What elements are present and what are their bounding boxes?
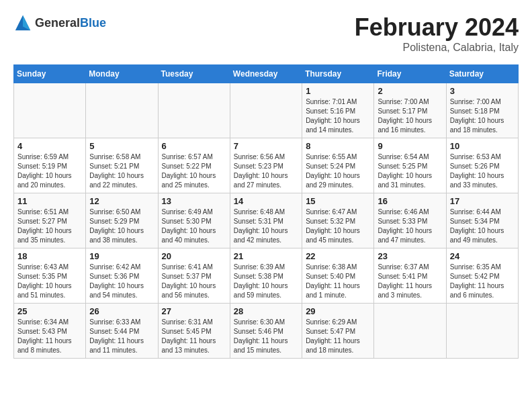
calendar-day-cell: 13Sunrise: 6:49 AMSunset: 5:30 PMDayligh…	[158, 193, 230, 248]
calendar-day-cell	[86, 83, 158, 138]
day-number: 17	[450, 196, 515, 206]
title-area: February 2024 Polistena, Calabria, Italy	[355, 13, 519, 54]
day-number: 6	[162, 141, 226, 151]
day-number: 26	[89, 306, 154, 316]
calendar-body: 1Sunrise: 7:01 AMSunset: 5:16 PMDaylight…	[14, 83, 519, 359]
calendar-day-cell	[158, 83, 230, 138]
day-info: Sunrise: 7:00 AMSunset: 5:17 PMDaylight:…	[378, 97, 442, 135]
day-number: 15	[306, 196, 370, 206]
weekday-header: Tuesday	[158, 65, 230, 83]
day-info: Sunrise: 7:01 AMSunset: 5:16 PMDaylight:…	[306, 97, 370, 135]
day-number: 2	[378, 86, 442, 96]
day-info: Sunrise: 6:46 AMSunset: 5:33 PMDaylight:…	[378, 208, 442, 245]
day-number: 8	[306, 141, 370, 151]
calendar-day-cell: 15Sunrise: 6:47 AMSunset: 5:32 PMDayligh…	[302, 193, 374, 248]
weekday-header: Thursday	[302, 65, 374, 83]
day-info: Sunrise: 6:35 AMSunset: 5:42 PMDaylight:…	[450, 263, 515, 300]
day-info: Sunrise: 6:43 AMSunset: 5:35 PMDaylight:…	[17, 263, 82, 300]
day-number: 19	[89, 251, 154, 261]
day-number: 13	[162, 196, 226, 206]
day-info: Sunrise: 6:29 AMSunset: 5:47 PMDaylight:…	[306, 318, 370, 355]
calendar-day-cell: 28Sunrise: 6:30 AMSunset: 5:46 PMDayligh…	[230, 304, 302, 359]
day-number: 20	[162, 251, 226, 261]
location-subtitle: Polistena, Calabria, Italy	[355, 42, 519, 54]
day-info: Sunrise: 6:50 AMSunset: 5:29 PMDaylight:…	[89, 208, 154, 245]
logo-text-blue: Blue	[80, 16, 106, 30]
calendar-day-cell: 16Sunrise: 6:46 AMSunset: 5:33 PMDayligh…	[374, 193, 446, 248]
day-info: Sunrise: 6:55 AMSunset: 5:24 PMDaylight:…	[306, 152, 370, 190]
day-number: 10	[450, 141, 515, 151]
day-number: 14	[234, 196, 298, 206]
calendar-day-cell: 10Sunrise: 6:53 AMSunset: 5:26 PMDayligh…	[446, 138, 518, 193]
day-info: Sunrise: 6:49 AMSunset: 5:30 PMDaylight:…	[162, 208, 226, 245]
day-info: Sunrise: 6:51 AMSunset: 5:27 PMDaylight:…	[17, 208, 82, 245]
day-number: 24	[450, 251, 515, 261]
day-info: Sunrise: 6:33 AMSunset: 5:44 PMDaylight:…	[89, 318, 154, 355]
weekday-header: Wednesday	[230, 65, 302, 83]
calendar-day-cell	[230, 83, 302, 138]
logo-text-general: General	[35, 16, 80, 30]
calendar-day-cell: 24Sunrise: 6:35 AMSunset: 5:42 PMDayligh…	[446, 248, 518, 304]
day-number: 29	[306, 306, 370, 316]
calendar-day-cell: 8Sunrise: 6:55 AMSunset: 5:24 PMDaylight…	[302, 138, 374, 193]
day-number: 1	[306, 86, 370, 96]
weekday-header: Monday	[86, 65, 158, 83]
calendar-day-cell: 7Sunrise: 6:56 AMSunset: 5:23 PMDaylight…	[230, 138, 302, 193]
calendar-day-cell: 14Sunrise: 6:48 AMSunset: 5:31 PMDayligh…	[230, 193, 302, 248]
day-info: Sunrise: 6:30 AMSunset: 5:46 PMDaylight:…	[234, 318, 298, 355]
day-number: 16	[378, 196, 442, 206]
calendar-day-cell	[14, 83, 86, 138]
day-number: 5	[89, 141, 154, 151]
calendar-week-row: 25Sunrise: 6:34 AMSunset: 5:43 PMDayligh…	[14, 304, 519, 359]
day-info: Sunrise: 6:34 AMSunset: 5:43 PMDaylight:…	[17, 318, 82, 355]
calendar-day-cell: 4Sunrise: 6:59 AMSunset: 5:19 PMDaylight…	[14, 138, 86, 193]
day-number: 4	[17, 141, 82, 151]
day-info: Sunrise: 6:31 AMSunset: 5:45 PMDaylight:…	[162, 318, 226, 355]
calendar-day-cell: 3Sunrise: 7:00 AMSunset: 5:18 PMDaylight…	[446, 83, 518, 138]
day-number: 27	[162, 306, 226, 316]
day-info: Sunrise: 6:56 AMSunset: 5:23 PMDaylight:…	[234, 152, 298, 190]
day-info: Sunrise: 6:47 AMSunset: 5:32 PMDaylight:…	[306, 208, 370, 245]
calendar-day-cell: 20Sunrise: 6:41 AMSunset: 5:37 PMDayligh…	[158, 248, 230, 304]
month-title: February 2024	[355, 13, 519, 42]
calendar-day-cell: 12Sunrise: 6:50 AMSunset: 5:29 PMDayligh…	[86, 193, 158, 248]
calendar-day-cell: 23Sunrise: 6:37 AMSunset: 5:41 PMDayligh…	[374, 248, 446, 304]
day-number: 3	[450, 86, 515, 96]
day-info: Sunrise: 6:41 AMSunset: 5:37 PMDaylight:…	[162, 263, 226, 300]
page-header: GeneralBlue February 2024 Polistena, Cal…	[13, 13, 519, 54]
day-info: Sunrise: 6:39 AMSunset: 5:38 PMDaylight:…	[234, 263, 298, 300]
calendar-day-cell: 29Sunrise: 6:29 AMSunset: 5:47 PMDayligh…	[302, 304, 374, 359]
calendar-day-cell	[374, 304, 446, 359]
calendar-day-cell: 26Sunrise: 6:33 AMSunset: 5:44 PMDayligh…	[86, 304, 158, 359]
day-info: Sunrise: 6:58 AMSunset: 5:21 PMDaylight:…	[89, 152, 154, 190]
calendar-day-cell: 27Sunrise: 6:31 AMSunset: 5:45 PMDayligh…	[158, 304, 230, 359]
calendar-table: SundayMondayTuesdayWednesdayThursdayFrid…	[13, 64, 519, 359]
calendar-week-row: 1Sunrise: 7:01 AMSunset: 5:16 PMDaylight…	[14, 83, 519, 138]
calendar-day-cell	[446, 304, 518, 359]
calendar-day-cell: 22Sunrise: 6:38 AMSunset: 5:40 PMDayligh…	[302, 248, 374, 304]
weekday-header: Sunday	[14, 65, 86, 83]
day-number: 28	[234, 306, 298, 316]
logo: GeneralBlue	[13, 13, 106, 32]
day-number: 12	[89, 196, 154, 206]
weekday-header: Saturday	[446, 65, 518, 83]
day-number: 18	[17, 251, 82, 261]
day-info: Sunrise: 6:54 AMSunset: 5:25 PMDaylight:…	[378, 152, 442, 190]
day-info: Sunrise: 6:44 AMSunset: 5:34 PMDaylight:…	[450, 208, 515, 245]
day-number: 11	[17, 196, 82, 206]
weekday-header: Friday	[374, 65, 446, 83]
calendar-week-row: 18Sunrise: 6:43 AMSunset: 5:35 PMDayligh…	[14, 248, 519, 304]
day-info: Sunrise: 6:38 AMSunset: 5:40 PMDaylight:…	[306, 263, 370, 300]
calendar-day-cell: 2Sunrise: 7:00 AMSunset: 5:17 PMDaylight…	[374, 83, 446, 138]
day-info: Sunrise: 6:59 AMSunset: 5:19 PMDaylight:…	[17, 152, 82, 190]
calendar-day-cell: 21Sunrise: 6:39 AMSunset: 5:38 PMDayligh…	[230, 248, 302, 304]
calendar-header: SundayMondayTuesdayWednesdayThursdayFrid…	[14, 65, 519, 83]
calendar-day-cell: 25Sunrise: 6:34 AMSunset: 5:43 PMDayligh…	[14, 304, 86, 359]
day-number: 21	[234, 251, 298, 261]
calendar-week-row: 11Sunrise: 6:51 AMSunset: 5:27 PMDayligh…	[14, 193, 519, 248]
day-number: 23	[378, 251, 442, 261]
day-info: Sunrise: 6:48 AMSunset: 5:31 PMDaylight:…	[234, 208, 298, 245]
logo-icon	[13, 13, 32, 32]
day-info: Sunrise: 6:42 AMSunset: 5:36 PMDaylight:…	[89, 263, 154, 300]
day-number: 9	[378, 141, 442, 151]
